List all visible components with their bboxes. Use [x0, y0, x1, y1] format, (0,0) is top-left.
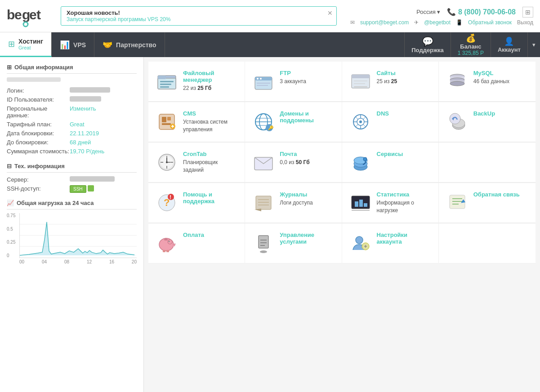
- svg-point-73: [363, 157, 367, 161]
- nav-item-vps[interactable]: 📊 VPS: [52, 32, 94, 57]
- svg-rect-85: [355, 201, 358, 207]
- chart-x-20: 20: [132, 259, 137, 264]
- grid-item-payment[interactable]: Оплата: [148, 223, 245, 263]
- chart-x-00: 00: [19, 259, 24, 264]
- grid-item-services[interactable]: Сервисы: [342, 143, 439, 183]
- grid-row-4: ? ! Помощь и поддержка: [148, 183, 536, 223]
- nav-dropdown[interactable]: ▾: [527, 32, 540, 57]
- nav-account-label: Аккаунт: [498, 46, 521, 53]
- grid-item-sites[interactable]: Сайты 25 из 25: [342, 62, 439, 102]
- nav-item-partnership[interactable]: 🤝 Партнерство: [94, 32, 165, 57]
- cost-row: Суммарная стоимость: 19,70 Р/день: [7, 148, 137, 155]
- grid-item-logs[interactable]: Журналы Логи доступа: [245, 183, 342, 223]
- chart-y-0.75: 0.75: [7, 213, 18, 218]
- svg-line-53: [363, 124, 366, 127]
- nav-support-label: Поддержка: [411, 47, 444, 53]
- ssh-status-indicator: [88, 185, 94, 192]
- svg-rect-12: [160, 81, 174, 82]
- logo: b e g e t: [7, 4, 47, 28]
- userid-label: ID Пользователя:: [7, 96, 70, 103]
- svg-point-94: [168, 240, 172, 244]
- grid-item-backup[interactable]: BackUp: [439, 102, 536, 142]
- svg-rect-13: [160, 84, 171, 85]
- ssh-badge[interactable]: SSH: [70, 185, 86, 193]
- notification-close[interactable]: ✕: [327, 9, 333, 17]
- crontab-title: CronTab: [183, 151, 238, 157]
- grid-item-mail[interactable]: Почта 0,0 из 50 Гб: [245, 143, 342, 183]
- stats-title: Статистика: [377, 191, 432, 198]
- grid-item-account-settings[interactable]: Настройки аккаунта: [342, 223, 439, 263]
- nav-vps-label: VPS: [73, 41, 86, 49]
- nav-partnership-label: Партнерство: [116, 41, 156, 49]
- account-icon: 👤: [504, 36, 514, 46]
- cms-title: CMS: [183, 110, 238, 117]
- svg-text:e: e: [29, 7, 37, 22]
- screen-toggle-icon[interactable]: ⊞: [522, 7, 533, 18]
- grid-item-filemanager[interactable]: Файловый менеджер 22 из 25 Гб: [148, 62, 245, 102]
- grid-item-feedback[interactable]: Обратная связь: [439, 183, 536, 223]
- nav-item-hosting[interactable]: ⊞ Хостинг Great: [0, 32, 52, 57]
- telegram-link[interactable]: @begetbot: [424, 19, 451, 26]
- tariff-value: Great: [70, 121, 85, 128]
- grid-item-domains[interactable]: 🔑 Домены и поддомены: [245, 102, 342, 142]
- logout-link[interactable]: Выход: [517, 19, 533, 26]
- general-info-title: ⊞ Общая информация: [7, 64, 137, 74]
- main-layout: ⊞ Общая информация Логин: ID Пользовател…: [0, 57, 540, 392]
- mail-text: Почта 0,0 из 50 Гб: [280, 151, 309, 166]
- notification-bar: Хорошая новость! Запуск партнерской прог…: [61, 6, 337, 26]
- svg-rect-11: [158, 76, 166, 79]
- grid-item-stats[interactable]: Статистика Информация о нагрузке: [342, 183, 439, 223]
- filemanager-title: Файловый менеджер: [183, 70, 238, 83]
- svg-rect-86: [359, 200, 363, 207]
- login-value: [70, 87, 110, 93]
- grid-item-services-mgmt[interactable]: Управление услугами: [245, 223, 342, 263]
- ftp-text: FTP 3 аккаунта: [280, 70, 306, 85]
- blockdate-value: 22.11.2019: [70, 130, 99, 137]
- sidebar: ⊞ Общая информация Логин: ID Пользовател…: [0, 57, 144, 392]
- ssh-label: SSH-доступ:: [7, 185, 70, 193]
- svg-point-68: [166, 161, 168, 163]
- notification-title: Хорошая новость!: [67, 9, 331, 16]
- payment-text: Оплата: [183, 232, 204, 240]
- dns-icon: [349, 111, 372, 133]
- ssh-row: SSH-доступ: SSH: [7, 185, 137, 193]
- callback-link[interactable]: Обратный звонок: [468, 19, 512, 26]
- chart-x-04: 04: [42, 259, 47, 264]
- services-title: Сервисы: [377, 151, 403, 157]
- login-label: Логин:: [7, 87, 70, 94]
- payment-icon: [156, 232, 178, 254]
- grid-row-2: CMS Установка систем управления: [148, 102, 536, 143]
- tariff-row: Тарифный план: Great: [7, 121, 137, 128]
- cost-value: 19,70 Р/день: [70, 148, 104, 155]
- mail-title: Почта: [280, 151, 309, 157]
- stats-text: Статистика Информация о нагрузке: [377, 191, 432, 214]
- nav-account[interactable]: 👤 Аккаунт: [491, 32, 527, 57]
- personal-link[interactable]: Изменить: [70, 105, 96, 119]
- grid-row-5: Оплата Упра: [148, 223, 536, 263]
- support-email[interactable]: support@beget.com: [360, 19, 409, 26]
- nav-hosting-label: Хостинг: [18, 38, 43, 45]
- blockdate-label: Дата блокировки:: [7, 130, 70, 137]
- beforeblock-label: До блокировки:: [7, 139, 70, 146]
- grid-item-crontab[interactable]: CronTab Планировщик заданий: [148, 143, 245, 183]
- grid-item-ftp[interactable]: FTP 3 аккаунта: [245, 62, 342, 102]
- logs-title: Журналы: [280, 191, 312, 198]
- grid-item-dns[interactable]: DNS: [342, 102, 439, 142]
- feedback-text: Обратная связь: [473, 191, 520, 199]
- services-mgmt-text: Управление услугами: [280, 232, 335, 246]
- svg-line-54: [363, 117, 366, 120]
- region-selector[interactable]: Россия ▾: [416, 9, 440, 15]
- sites-icon: [349, 70, 372, 93]
- grid-item-help[interactable]: ? ! Помощь и поддержка: [148, 183, 245, 223]
- nav-support[interactable]: 💬 Поддержка: [404, 32, 451, 57]
- grid-item-cms[interactable]: CMS Установка систем управления: [148, 102, 245, 142]
- grid-item-mysql[interactable]: MySQL 46 баз данных: [439, 62, 536, 102]
- nav-balance[interactable]: 💰 Баланс 1 325,85 Р: [451, 32, 491, 57]
- account-settings-icon: [349, 232, 372, 254]
- server-label: Сервер:: [7, 176, 70, 183]
- svg-line-52: [356, 117, 358, 120]
- personal-label: Персональные данные:: [7, 105, 70, 119]
- dns-text: DNS: [377, 110, 389, 118]
- personal-row: Персональные данные: Изменить: [7, 105, 137, 119]
- ftp-title: FTP: [280, 70, 306, 76]
